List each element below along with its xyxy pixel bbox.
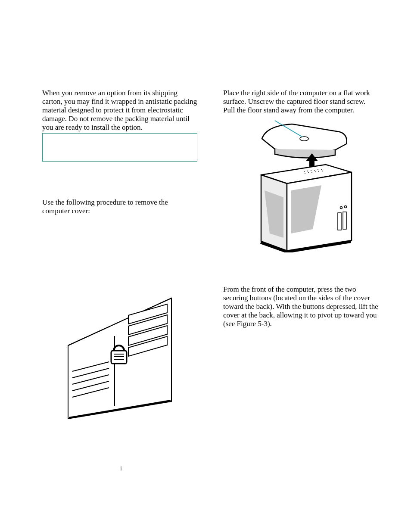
page-number: i: [120, 465, 122, 472]
svg-point-20: [311, 172, 312, 173]
floor-stand-icon: [223, 119, 378, 252]
svg-point-15: [314, 170, 315, 171]
svg-point-23: [322, 171, 323, 171]
figure-padlock: [42, 289, 197, 419]
padlock-icon: [42, 289, 197, 419]
figure-floor-stand: [223, 119, 378, 252]
paragraph-cover-procedure-intro: Use the following procedure to remove th…: [42, 198, 197, 215]
svg-point-17: [321, 169, 322, 170]
document-page: When you remove an option from its shipp…: [0, 0, 411, 532]
right-column-block-1: Place the right side of the computer on …: [223, 89, 378, 115]
svg-point-18: [305, 173, 305, 174]
svg-point-14: [311, 170, 311, 171]
left-column-block-2: Use the following procedure to remove th…: [42, 198, 197, 215]
paragraph-antistatic-warning: When you remove an option from its shipp…: [42, 89, 197, 132]
left-column-block-1: When you remove an option from its shipp…: [42, 89, 197, 132]
svg-point-13: [307, 171, 308, 171]
paragraph-securing-buttons: From the front of the computer, press th…: [223, 285, 378, 328]
note-box: [42, 133, 197, 162]
svg-point-16: [318, 169, 318, 170]
svg-point-21: [315, 171, 316, 172]
svg-point-22: [318, 171, 319, 172]
svg-point-10: [300, 137, 308, 141]
right-column-block-2: From the front of the computer, press th…: [223, 285, 378, 328]
svg-point-19: [308, 172, 309, 173]
paragraph-floor-stand: Place the right side of the computer on …: [223, 89, 378, 115]
svg-point-12: [304, 171, 305, 172]
